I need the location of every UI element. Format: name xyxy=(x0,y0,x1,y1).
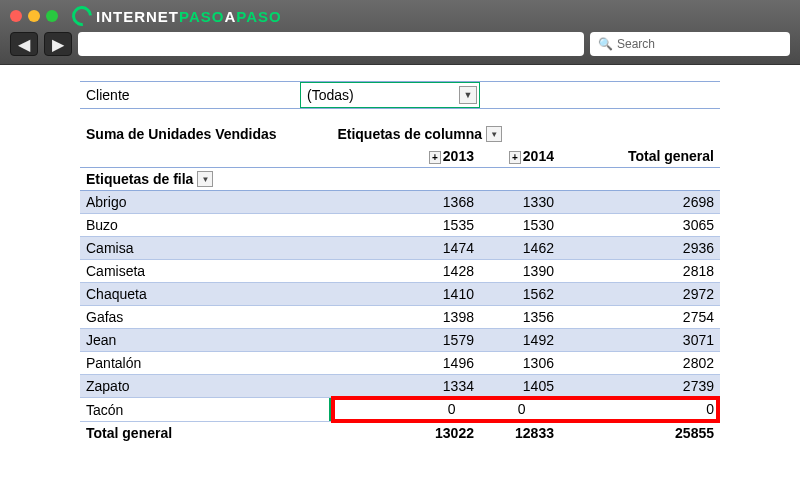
cell: 2698 xyxy=(560,191,720,214)
cell: 1535 xyxy=(331,214,480,237)
cell: 1530 xyxy=(480,214,560,237)
cell: 1428 xyxy=(331,260,480,283)
chevron-down-icon[interactable]: ▼ xyxy=(459,86,477,104)
window-close-dot[interactable] xyxy=(10,10,22,22)
window-maximize-dot[interactable] xyxy=(46,10,58,22)
cell: 1356 xyxy=(480,306,560,329)
cell: 1398 xyxy=(331,306,480,329)
grand-total: 25855 xyxy=(560,422,720,445)
grand-y2: 12833 xyxy=(480,422,560,445)
pivot-table-area: Cliente (Todas) ▼ Suma de Unidades Vendi… xyxy=(0,65,800,464)
expand-2014-icon[interactable]: + xyxy=(509,151,521,164)
row-name: Zapato xyxy=(80,375,331,398)
search-icon: 🔍 xyxy=(598,37,613,51)
cell: 2754 xyxy=(560,306,720,329)
grand-total-row: Total general 13022 12833 25855 xyxy=(80,422,720,445)
nav-back-button[interactable]: ◀ xyxy=(10,32,38,56)
value-field-label: Suma de Unidades Vendidas xyxy=(80,123,331,145)
cell: 2739 xyxy=(560,375,720,398)
search-box[interactable]: 🔍 Search xyxy=(590,32,790,56)
row-name: Abrigo xyxy=(80,191,331,214)
cell[interactable]: 0 xyxy=(461,398,531,421)
column-dropdown-icon[interactable]: ▼ xyxy=(486,126,502,142)
brand-part2: PASO xyxy=(179,8,224,25)
row-name: Camiseta xyxy=(80,260,331,283)
row-field-label: Etiquetas de fila xyxy=(86,171,193,187)
row-name: Jean xyxy=(80,329,331,352)
pivot-table: Suma de Unidades Vendidas Etiquetas de c… xyxy=(80,123,720,444)
active-cell-cursor xyxy=(329,398,333,421)
brand-part1: INTERNET xyxy=(96,8,179,25)
report-filter-row: Cliente (Todas) ▼ xyxy=(80,81,720,109)
cell: 1368 xyxy=(331,191,480,214)
col-2014: 2014 xyxy=(523,148,554,164)
cell: 3071 xyxy=(560,329,720,352)
row-name: Gafas xyxy=(80,306,331,329)
grand-total-label: Total general xyxy=(80,422,331,445)
row-name: Pantalón xyxy=(80,352,331,375)
cell: 1562 xyxy=(480,283,560,306)
row-name: Tacón xyxy=(80,398,331,422)
column-field-label: Etiquetas de columna xyxy=(337,126,482,142)
brand-part3: A xyxy=(224,8,236,25)
cell: 1405 xyxy=(480,375,560,398)
cell: 2802 xyxy=(560,352,720,375)
cell: 1306 xyxy=(480,352,560,375)
row-dropdown-icon[interactable]: ▼ xyxy=(197,171,213,187)
url-bar[interactable] xyxy=(78,32,584,56)
window-minimize-dot[interactable] xyxy=(28,10,40,22)
cell[interactable]: 0 xyxy=(331,398,461,421)
grand-y1: 13022 xyxy=(331,422,480,445)
cell[interactable]: 0 xyxy=(531,398,720,421)
filter-field-label: Cliente xyxy=(80,83,300,107)
cell: 1390 xyxy=(480,260,560,283)
cell: 1330 xyxy=(480,191,560,214)
cell: 2936 xyxy=(560,237,720,260)
row-name: Camisa xyxy=(80,237,331,260)
cell: 1579 xyxy=(331,329,480,352)
expand-2013-icon[interactable]: + xyxy=(429,151,441,164)
highlighted-row: Tacón 0 0 0 xyxy=(80,398,720,422)
cell: 1462 xyxy=(480,237,560,260)
filter-value: (Todas) xyxy=(307,87,354,103)
search-placeholder: Search xyxy=(617,37,655,51)
cell: 1474 xyxy=(331,237,480,260)
nav-forward-button[interactable]: ▶ xyxy=(44,32,72,56)
filter-dropdown[interactable]: (Todas) ▼ xyxy=(300,82,480,108)
cell: 1492 xyxy=(480,329,560,352)
cell: 1410 xyxy=(331,283,480,306)
logo-icon xyxy=(68,2,96,30)
brand-part4: PASO xyxy=(236,8,281,25)
cell: 3065 xyxy=(560,214,720,237)
site-logo: INTERNETPASOAPASO xyxy=(72,6,282,26)
cell: 1334 xyxy=(331,375,480,398)
col-2013: 2013 xyxy=(443,148,474,164)
cell: 2818 xyxy=(560,260,720,283)
row-name: Chaqueta xyxy=(80,283,331,306)
col-grand-total: Total general xyxy=(560,145,720,168)
cell: 1496 xyxy=(331,352,480,375)
row-name: Buzo xyxy=(80,214,331,237)
browser-chrome: INTERNETPASOAPASO ◀ ▶ 🔍 Search xyxy=(0,0,800,65)
cell: 2972 xyxy=(560,283,720,306)
